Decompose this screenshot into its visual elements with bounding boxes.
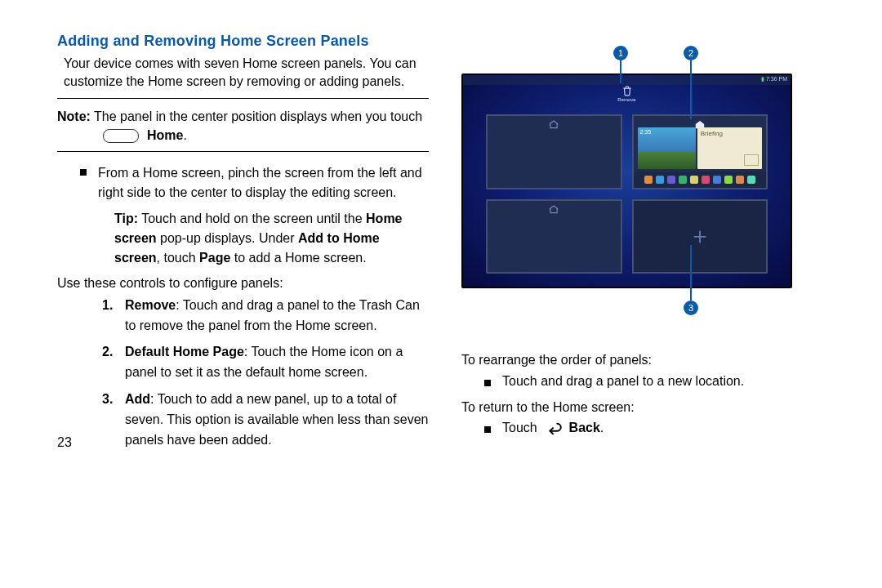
status-time: 7:36 PM: [766, 76, 787, 82]
square-bullet-icon: [484, 380, 491, 386]
tablet-screen: ▮ 7:36 PM Remove: [461, 74, 792, 288]
list-text: : Touch to add a new panel, up to a tota…: [125, 392, 428, 447]
home-panel-empty: [486, 199, 622, 274]
trash-icon: [621, 85, 633, 96]
tip-block: Tip: Touch and hold on the screen until …: [114, 209, 429, 268]
home-outline-icon: [548, 119, 559, 129]
dock-app-icon: [724, 176, 733, 184]
list-item: 3. Add: Touch to add a new panel, up to …: [102, 390, 429, 450]
list-number: 3.: [102, 390, 117, 450]
home-panel-empty: [486, 114, 622, 189]
tip-label: Tip:: [114, 212, 138, 225]
dock-app-icon: [679, 176, 687, 184]
list-number: 2.: [102, 342, 117, 383]
list-bold: Add: [125, 392, 150, 406]
tip-text: pop-up displays. Under: [157, 231, 298, 245]
back-word: Back: [569, 421, 600, 434]
dock-app-icon: [690, 176, 698, 184]
remove-target: Remove: [607, 85, 648, 102]
bullet-text: From a Home screen, pinch the screen fro…: [98, 163, 429, 203]
dock-app-icon: [656, 176, 664, 184]
controls-list: 1. Remove: Touch and drag a panel to the…: [57, 296, 429, 451]
square-bullet-icon: [80, 169, 87, 176]
square-bullet-icon: [484, 426, 491, 433]
dock-app-icon: [736, 176, 744, 184]
home-panel-default: 2:35 Briefing: [632, 114, 768, 189]
intro-text: Your device comes with seven Home screen…: [57, 55, 429, 90]
dock-app-icon: [713, 176, 721, 184]
right-text-block: To rearrange the order of panels: Touch …: [461, 351, 833, 435]
configure-intro: Use these controls to configure panels:: [57, 274, 429, 292]
status-bar: ▮ 7:36 PM: [463, 75, 791, 85]
note-text-1: The panel in the center position display…: [91, 109, 422, 123]
dock-app-icon: [644, 176, 653, 184]
period: .: [600, 421, 604, 434]
weather-time: 2:35: [640, 129, 652, 135]
tip-text: Touch and hold on the screen until the: [138, 212, 366, 225]
divider: [57, 151, 429, 152]
dock-app-icon: [667, 176, 675, 184]
callout-line: [690, 245, 692, 301]
rearrange-bullet: Touch and drag a panel to a new location…: [484, 374, 833, 389]
list-number: 1.: [102, 296, 117, 336]
bullet-pinch: From a Home screen, pinch the screen fro…: [80, 163, 429, 203]
callout-1: 1: [613, 46, 628, 60]
home-button-icon: [103, 129, 139, 143]
divider: [57, 98, 429, 99]
app-dock: [634, 172, 767, 188]
period: .: [183, 128, 186, 142]
add-panel-button: ＋: [632, 199, 768, 274]
back-icon: [544, 422, 562, 435]
device-figure: 1 2 3 ▮ 7:36 PM Remove: [461, 74, 792, 318]
return-label: To return to the Home screen:: [461, 399, 833, 416]
page-number: 23: [57, 435, 72, 450]
remove-label: Remove: [617, 97, 635, 102]
rearrange-label: To rearrange the order of panels:: [461, 351, 833, 369]
tip-text: , touch: [157, 251, 199, 265]
bullet-text: Touch and drag a panel to a new location…: [502, 374, 744, 389]
tip-bold: Page: [199, 251, 230, 265]
list-bold: Default Home Page: [125, 345, 244, 359]
callout-3: 3: [684, 301, 698, 315]
tip-text: to add a Home screen.: [230, 251, 366, 265]
list-bold: Remove: [125, 298, 176, 312]
callout-2: 2: [684, 46, 698, 60]
callout-line: [690, 60, 692, 119]
return-bullet: Touch Back.: [484, 421, 833, 435]
list-item: 1. Remove: Touch and drag a panel to the…: [102, 296, 429, 336]
note-block: Note: The panel in the center position d…: [57, 107, 429, 143]
home-outline-icon: [548, 204, 559, 214]
callout-line: [620, 60, 621, 83]
weather-widget: 2:35: [638, 127, 696, 169]
touch-word: Touch: [502, 421, 541, 434]
dock-app-icon: [702, 176, 710, 184]
dock-app-icon: [747, 176, 755, 184]
note-label: Note:: [57, 109, 91, 123]
home-word: Home: [147, 128, 183, 142]
section-title: Adding and Removing Home Screen Panels: [57, 33, 429, 50]
list-item: 2. Default Home Page: Touch the Home ico…: [102, 342, 429, 383]
briefing-widget: Briefing: [697, 127, 762, 169]
